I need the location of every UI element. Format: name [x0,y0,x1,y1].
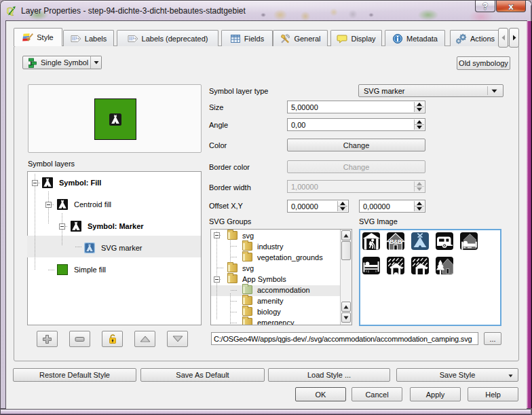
svg-text:Q: Q [7,6,14,16]
svg-text:B&B: B&B [390,238,402,245]
svg-text:x: x [508,1,514,12]
svg-text:?: ? [482,1,489,12]
